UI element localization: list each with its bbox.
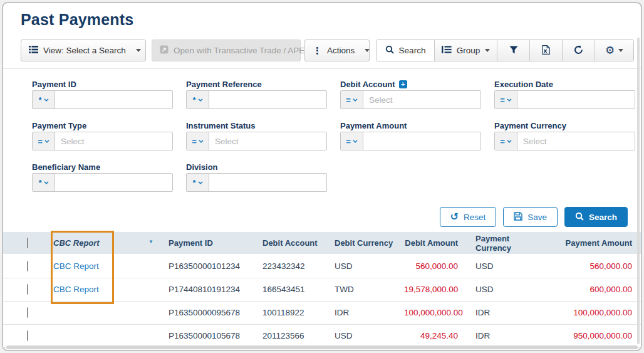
filter-input[interactable] bbox=[209, 91, 326, 108]
debit-currency-cell: USD bbox=[326, 324, 404, 347]
column-header-payment-id[interactable]: Payment ID bbox=[160, 232, 254, 255]
reset-icon: ↺ bbox=[450, 212, 459, 222]
chevron-down-icon bbox=[507, 98, 512, 102]
filter-field: Payment Amount + = bbox=[340, 119, 481, 150]
filter-input[interactable] bbox=[209, 174, 326, 191]
row-checkbox[interactable] bbox=[27, 261, 28, 271]
table-row[interactable]: CBC Report P17440810191234 166543451 TWD… bbox=[3, 278, 641, 301]
operator-dropdown[interactable]: * bbox=[187, 174, 209, 191]
operator-dropdown[interactable]: = bbox=[187, 132, 209, 150]
operator-dropdown[interactable]: * bbox=[33, 174, 55, 191]
chevron-down-icon bbox=[136, 49, 141, 52]
toolbar-search-button[interactable]: Search bbox=[377, 40, 434, 61]
column-header-debit-account[interactable]: Debit Account bbox=[254, 232, 326, 255]
actions-button-label: Actions bbox=[327, 46, 355, 55]
payment-id-cell: P16350000101234 bbox=[160, 255, 254, 278]
filter-input-group: = bbox=[186, 132, 327, 150]
filter-input-group: = bbox=[494, 132, 635, 150]
operator-dropdown[interactable]: = bbox=[341, 132, 363, 150]
open-with-transactive-trade-button[interactable]: Open with Transactive Trade / APEA bbox=[152, 40, 301, 61]
filter-input[interactable] bbox=[55, 132, 172, 150]
payment-id-cell: P16350000105678 bbox=[160, 324, 254, 347]
filter-input-group: * bbox=[186, 90, 327, 109]
filter-input-group: * bbox=[186, 173, 327, 192]
filter-field: Payment Type + = bbox=[32, 119, 173, 150]
filter-input[interactable] bbox=[363, 132, 480, 150]
payment-currency-cell: USD bbox=[467, 255, 542, 278]
search-submit-button[interactable]: Search bbox=[564, 207, 628, 227]
table-row[interactable]: P16350000095678 100118922 IDR 100,000,00… bbox=[3, 301, 641, 324]
payment-currency-cell: IDR bbox=[467, 324, 542, 347]
operator-dropdown[interactable]: * bbox=[187, 91, 209, 108]
refresh-button[interactable] bbox=[562, 40, 595, 61]
results-table-wrap: CBC Report ▼ Payment ID Debit Account De… bbox=[3, 232, 641, 348]
toolbar-search-label: Search bbox=[399, 46, 426, 55]
add-criteria-icon[interactable]: + bbox=[399, 80, 407, 88]
filter-field-label: Payment Amount + bbox=[340, 119, 481, 132]
view-select-search-button[interactable]: View: Select a Search bbox=[21, 40, 146, 61]
row-checkbox[interactable] bbox=[27, 307, 28, 318]
chevron-down-icon bbox=[353, 98, 358, 102]
actions-button[interactable]: ⋮ Actions bbox=[304, 40, 370, 61]
horizontal-scrollbar[interactable] bbox=[6, 345, 638, 349]
column-menu-caret-icon[interactable]: ▼ bbox=[148, 239, 153, 245]
column-header-payment-amount[interactable]: Payment Amount bbox=[542, 232, 641, 255]
row-checkbox[interactable] bbox=[27, 284, 28, 295]
list-view-icon bbox=[29, 46, 38, 55]
vertical-dots-icon: ⋮ bbox=[313, 46, 322, 55]
filter-input[interactable] bbox=[517, 132, 635, 150]
view-button-label: View: Select a Search bbox=[43, 46, 126, 55]
column-header-debit-currency[interactable]: Debit Currency bbox=[326, 232, 404, 255]
settings-button[interactable]: ⚙ bbox=[595, 40, 633, 61]
filter-field: Payment Currency + = bbox=[494, 119, 635, 150]
filter-field-label: Payment Currency + bbox=[494, 119, 635, 132]
filter-input-group: * bbox=[32, 173, 173, 192]
chevron-down-icon bbox=[44, 181, 49, 184]
column-header-debit-amount[interactable]: Debit Amount bbox=[404, 232, 467, 255]
payment-amount-cell: 600,000.00 bbox=[542, 278, 641, 301]
chevron-down-icon bbox=[44, 98, 49, 102]
save-button[interactable]: Save bbox=[503, 207, 558, 227]
cbc-report-link[interactable]: CBC Report bbox=[53, 285, 99, 294]
filter-input[interactable] bbox=[55, 91, 172, 108]
filter-field-label: Payment ID + bbox=[32, 78, 173, 90]
filter-input-group: = bbox=[340, 90, 481, 109]
vertical-scrollbar[interactable] bbox=[637, 38, 640, 344]
filter-field-label: Payment Type + bbox=[32, 119, 173, 132]
filter-button[interactable] bbox=[497, 40, 529, 61]
column-header-cbc-report[interactable]: CBC Report ▼ bbox=[44, 232, 160, 255]
search-submit-label: Search bbox=[589, 213, 617, 222]
operator-dropdown[interactable]: = bbox=[495, 91, 517, 108]
debit-currency-cell: IDR bbox=[326, 301, 404, 324]
chevron-down-icon bbox=[199, 140, 204, 143]
table-row[interactable]: CBC Report P16350000101234 223432342 USD… bbox=[3, 255, 641, 278]
operator-dropdown[interactable]: = bbox=[33, 132, 55, 150]
operator-dropdown[interactable]: = bbox=[341, 91, 363, 108]
refresh-icon bbox=[574, 45, 583, 56]
column-header-payment-currency[interactable]: Payment Currency bbox=[467, 232, 542, 255]
debit-amount-cell: 100,000,000.00 bbox=[404, 301, 467, 324]
select-all-checkbox[interactable] bbox=[27, 238, 28, 248]
toolbar-group-label: Group bbox=[457, 46, 480, 55]
filter-input[interactable] bbox=[209, 132, 326, 150]
payment-currency-cell: IDR bbox=[467, 301, 542, 324]
table-row[interactable]: P16350000105678 201123566 USD 49,245.40 … bbox=[3, 324, 641, 347]
filter-input[interactable] bbox=[55, 174, 172, 191]
filter-input-group: = bbox=[494, 90, 635, 109]
chevron-down-icon bbox=[198, 181, 203, 184]
reset-button[interactable]: ↺ Reset bbox=[440, 207, 497, 227]
row-checkbox[interactable] bbox=[27, 330, 28, 341]
chevron-down-icon bbox=[507, 140, 512, 143]
toolbar-group-button[interactable]: Group bbox=[434, 40, 497, 61]
filter-field-label: Execution Date + bbox=[494, 78, 635, 90]
table-header-row: CBC Report ▼ Payment ID Debit Account De… bbox=[3, 232, 641, 255]
export-excel-button[interactable] bbox=[529, 40, 562, 61]
chevron-down-icon bbox=[353, 140, 358, 143]
cbc-report-link[interactable]: CBC Report bbox=[53, 261, 99, 271]
filter-input[interactable] bbox=[517, 91, 635, 108]
save-button-label: Save bbox=[527, 213, 547, 222]
debit-account-cell: 166543451 bbox=[254, 278, 326, 301]
filter-input[interactable] bbox=[363, 91, 480, 108]
operator-dropdown[interactable]: * bbox=[33, 91, 55, 108]
operator-dropdown[interactable]: = bbox=[495, 132, 517, 150]
